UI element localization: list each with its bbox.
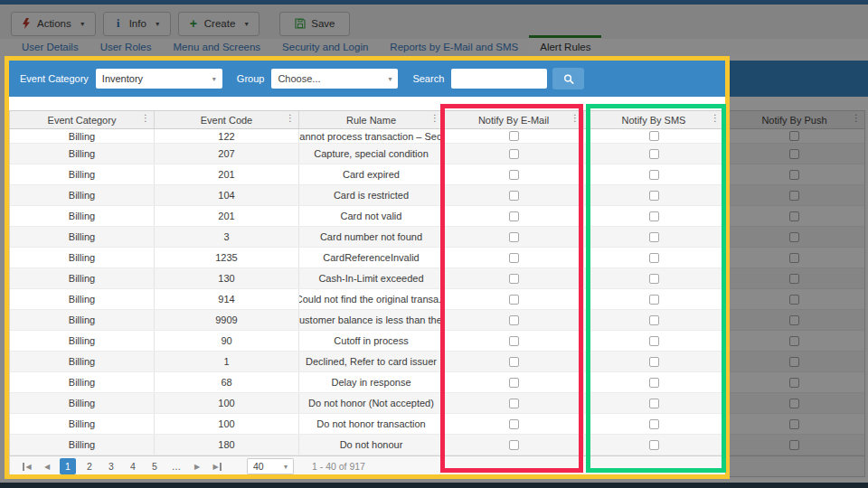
tab-alert-rules[interactable]: Alert Rules — [529, 35, 601, 56]
notify-email-checkbox[interactable] — [509, 440, 519, 450]
info-button[interactable]: i Info ▼ — [103, 12, 171, 36]
notify-email-checkbox[interactable] — [509, 295, 519, 305]
notify-email-checkbox[interactable] — [509, 274, 519, 284]
notify-sms-checkbox[interactable] — [649, 419, 659, 429]
tab-user-details[interactable]: User Details — [11, 39, 90, 56]
tab-security-and-login[interactable]: Security and Login — [271, 39, 379, 56]
tab-menu-and-screens[interactable]: Menu and Screens — [163, 39, 272, 56]
notify-push-checkbox[interactable] — [789, 357, 799, 367]
notify-push-checkbox[interactable] — [789, 274, 799, 284]
table-row[interactable]: Billing 90 Cutoff in process — [10, 331, 864, 352]
column-menu-icon[interactable]: ⋮ — [711, 114, 720, 123]
search-input[interactable] — [451, 69, 547, 89]
notify-push-checkbox[interactable] — [789, 440, 799, 450]
table-row[interactable]: Billing 914 Could not find the original … — [10, 289, 864, 310]
notify-sms-checkbox[interactable] — [649, 131, 659, 141]
last-page-button[interactable]: ▶ — [207, 459, 227, 474]
create-button[interactable]: + Create ▼ — [178, 12, 259, 36]
notify-email-checkbox[interactable] — [509, 253, 519, 263]
notify-email-checkbox[interactable] — [509, 131, 519, 141]
notify-push-checkbox[interactable] — [789, 131, 799, 141]
notify-push-checkbox[interactable] — [789, 170, 799, 180]
notify-email-checkbox[interactable] — [509, 191, 519, 201]
notify-sms-checkbox[interactable] — [649, 295, 659, 305]
column-menu-icon[interactable]: ⋮ — [286, 114, 295, 123]
table-row[interactable]: Billing 1235 CardReferenceInvalid — [10, 248, 864, 268]
table-row[interactable]: Billing 3 Card number not found — [10, 227, 864, 248]
event-category-select[interactable]: Inventory ▾ — [96, 69, 222, 89]
notify-sms-checkbox[interactable] — [649, 336, 659, 346]
notify-sms-checkbox[interactable] — [649, 274, 659, 284]
table-row[interactable]: Billing 68 Delay in response — [10, 372, 864, 393]
table-row[interactable]: Billing 100 Do not honor transaction — [10, 414, 864, 435]
column-menu-icon[interactable]: ⋮ — [141, 114, 150, 123]
group-select[interactable]: Choose... ▾ — [271, 69, 398, 89]
notify-email-checkbox[interactable] — [509, 419, 519, 429]
notify-push-checkbox[interactable] — [789, 295, 799, 305]
table-row[interactable]: Billing 122 Cannot process transaction –… — [10, 129, 864, 144]
notify-email-checkbox[interactable] — [509, 170, 519, 180]
actions-button[interactable]: Actions ▼ — [11, 12, 96, 36]
tab-reports-by-email-sms[interactable]: Reports by E-Mail and SMS — [379, 39, 529, 56]
notify-email-checkbox[interactable] — [509, 357, 519, 367]
notify-sms-checkbox[interactable] — [649, 170, 659, 180]
notify-email-checkbox[interactable] — [509, 211, 519, 221]
next-page-button[interactable]: ▶ — [187, 459, 207, 474]
notify-email-checkbox[interactable] — [509, 315, 519, 325]
notify-sms-checkbox[interactable] — [649, 440, 659, 450]
column-header-notify-email[interactable]: Notify By E-Mail⋮ — [444, 111, 584, 128]
column-header-rule-name[interactable]: Rule Name⋮ — [299, 111, 444, 128]
table-row[interactable]: Billing 130 Cash-In-Limit exceeded — [10, 268, 864, 289]
notify-push-checkbox[interactable] — [789, 232, 799, 242]
table-row[interactable]: Billing 201 Card expired — [10, 164, 864, 185]
column-menu-icon[interactable]: ⋮ — [852, 114, 861, 123]
table-row[interactable]: Billing 104 Card is restricted — [10, 185, 864, 206]
table-row[interactable]: Billing 1 Declined, Refer to card issuer — [10, 352, 864, 372]
notify-email-checkbox[interactable] — [509, 336, 519, 346]
page-ellipsis[interactable]: … — [168, 458, 184, 474]
save-button[interactable]: Save — [279, 12, 350, 36]
search-button[interactable] — [552, 68, 584, 89]
column-header-event-category[interactable]: Event Category⋮ — [10, 111, 155, 128]
notify-sms-checkbox[interactable] — [649, 191, 659, 201]
previous-page-button[interactable]: ◀ — [37, 459, 57, 474]
page-button-3[interactable]: 3 — [103, 458, 119, 474]
notify-sms-checkbox[interactable] — [649, 357, 659, 367]
column-menu-icon[interactable]: ⋮ — [430, 114, 439, 123]
table-row[interactable]: Billing 180 Do not honour — [10, 435, 864, 455]
table-row[interactable]: Billing 9909 Customer balance is less th… — [10, 310, 864, 331]
notify-email-checkbox[interactable] — [509, 378, 519, 388]
table-row[interactable]: Billing 201 Card not valid — [10, 206, 864, 227]
notify-email-checkbox[interactable] — [509, 232, 519, 242]
table-row[interactable]: Billing 100 Do not honor (Not accepted) — [10, 393, 864, 414]
notify-push-checkbox[interactable] — [789, 419, 799, 429]
column-menu-icon[interactable]: ⋮ — [571, 114, 580, 123]
notify-push-checkbox[interactable] — [789, 399, 799, 408]
notify-email-checkbox[interactable] — [509, 149, 519, 159]
notify-push-checkbox[interactable] — [789, 315, 799, 325]
page-button-2[interactable]: 2 — [81, 458, 98, 474]
notify-push-checkbox[interactable] — [789, 336, 799, 346]
notify-push-checkbox[interactable] — [789, 211, 799, 221]
notify-push-checkbox[interactable] — [789, 191, 799, 201]
notify-sms-checkbox[interactable] — [649, 399, 659, 408]
notify-sms-checkbox[interactable] — [649, 232, 659, 242]
notify-sms-checkbox[interactable] — [649, 211, 659, 221]
notify-push-checkbox[interactable] — [789, 378, 799, 388]
notify-push-checkbox[interactable] — [789, 253, 799, 263]
column-header-notify-sms[interactable]: Notify By SMS⋮ — [584, 111, 724, 128]
page-button-4[interactable]: 4 — [125, 458, 141, 474]
page-button-5[interactable]: 5 — [146, 458, 163, 474]
page-size-select[interactable]: 40 ▾ — [247, 458, 294, 474]
notify-sms-checkbox[interactable] — [649, 315, 659, 325]
tab-user-roles[interactable]: User Roles — [90, 39, 163, 56]
notify-sms-checkbox[interactable] — [649, 149, 659, 159]
column-header-notify-push[interactable]: Notify By Push⋮ — [724, 111, 864, 128]
notify-sms-checkbox[interactable] — [649, 378, 659, 388]
notify-push-checkbox[interactable] — [789, 149, 799, 159]
first-page-button[interactable]: ◀ — [17, 459, 37, 474]
notify-sms-checkbox[interactable] — [649, 253, 659, 263]
page-button-1[interactable]: 1 — [60, 458, 76, 474]
table-row[interactable]: Billing 207 Capture, special condition — [10, 144, 864, 164]
column-header-event-code[interactable]: Event Code⋮ — [155, 111, 299, 128]
